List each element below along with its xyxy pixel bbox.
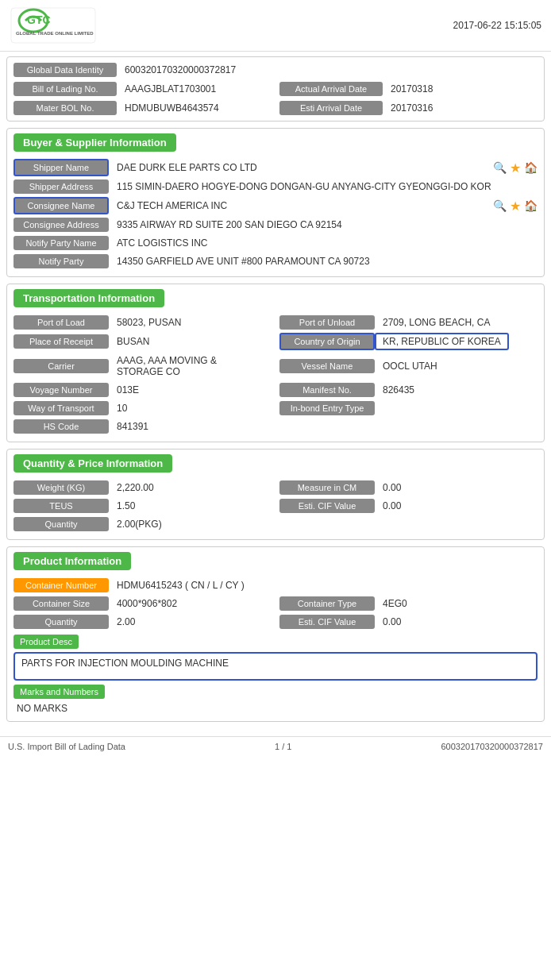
notify-party-name-label: Notify Party Name bbox=[13, 236, 109, 250]
product-cif-label: Esti. CIF Value bbox=[279, 615, 375, 629]
port-of-unload-label: Port of Unload bbox=[279, 315, 375, 330]
origin-pair: Country of Origin KR, REPUBLIC OF KOREA bbox=[279, 333, 538, 350]
quantity-label: Quantity bbox=[13, 517, 109, 531]
product-desc-value: PARTS FOR INJECTION MOULDING MACHINE bbox=[13, 652, 538, 681]
footer-right: 600320170320000372817 bbox=[441, 742, 543, 751]
port-of-load-label: Port of Load bbox=[13, 315, 109, 330]
voyage-manifest-row: Voyage Number 013E Manifest No. 826435 bbox=[13, 382, 538, 398]
port-load-pair: Port of Load 58023, PUSAN bbox=[13, 314, 272, 330]
container-type-value: 4EG0 bbox=[375, 596, 538, 612]
country-of-origin-value: KR, REPUBLIC OF KOREA bbox=[375, 333, 509, 350]
product-quantity-pair: Quantity 2.00 bbox=[13, 614, 272, 630]
product-title: Product Information bbox=[13, 552, 131, 570]
shipper-name-row: Shipper Name DAE DURK ELE PARTS CO LTD 🔍… bbox=[13, 159, 538, 176]
global-data-value: 600320170320000372817 bbox=[117, 62, 244, 78]
consignee-icons: 🔍 ★ 🏠 bbox=[493, 199, 538, 214]
identity-section: Global Data Identity 6003201703200003728… bbox=[6, 56, 545, 122]
buyer-supplier-section: Buyer & Supplier Information Shipper Nam… bbox=[6, 128, 545, 277]
container-number-value: HDMU6415243 ( CN / L / CY ) bbox=[109, 577, 252, 593]
actual-arrival-value: 20170318 bbox=[383, 81, 441, 97]
global-data-row: Global Data Identity 6003201703200003728… bbox=[13, 62, 538, 78]
consignee-name-label: Consignee Name bbox=[13, 197, 109, 214]
esti-arrival-pair: Esti Arrival Date 20170316 bbox=[279, 100, 538, 116]
port-of-unload-value: 2709, LONG BEACH, CA bbox=[375, 314, 538, 330]
container-size-type-row: Container Size 4000*906*802 Container Ty… bbox=[13, 596, 538, 612]
product-quantity-label: Quantity bbox=[13, 615, 109, 629]
country-of-origin-label: Country of Origin bbox=[279, 333, 375, 350]
product-quantity-cif-row: Quantity 2.00 Esti. CIF Value 0.00 bbox=[13, 614, 538, 630]
voyage-number-value: 013E bbox=[109, 382, 272, 398]
consignee-name-value: C&J TECH AMERICA INC bbox=[109, 198, 493, 214]
bol-value: AAAGJBLAT1703001 bbox=[117, 81, 224, 97]
product-quantity-value: 2.00 bbox=[109, 614, 272, 630]
hs-code-label: HS Code bbox=[13, 419, 109, 434]
notify-party-value: 14350 GARFIELD AVE UNIT #800 PARAMOUNT C… bbox=[109, 253, 378, 269]
star-icon[interactable]: ★ bbox=[510, 160, 521, 176]
quantity-price-title: Quantity & Price Information bbox=[13, 454, 172, 473]
esti-arrival-value: 20170316 bbox=[383, 100, 441, 116]
consignee-name-row: Consignee Name C&J TECH AMERICA INC 🔍 ★ … bbox=[13, 197, 538, 214]
receipt-pair: Place of Receipt BUSAN bbox=[13, 334, 272, 349]
transportation-title: Transportation Information bbox=[13, 289, 164, 307]
notify-party-name-row: Notify Party Name ATC LOGISTICS INC bbox=[13, 235, 538, 251]
weight-label: Weight (KG) bbox=[13, 480, 109, 495]
container-type-pair: Container Type 4EG0 bbox=[279, 596, 538, 612]
product-cif-value: 0.00 bbox=[375, 614, 538, 630]
page-header: GTC GLOBAL TRADE ONLINE LIMITED 2017-06-… bbox=[0, 0, 551, 52]
manifest-no-label: Manifest No. bbox=[279, 383, 375, 397]
bol-pair: Bill of Lading No. AAAGJBLAT1703001 bbox=[13, 81, 272, 97]
marks-value: NO MARKS bbox=[7, 700, 544, 716]
shipper-name-value: DAE DURK ELE PARTS CO LTD bbox=[109, 160, 493, 176]
consignee-address-value: 9335 AIRWAY RD SUITE 200 SAN DIEGO CA 92… bbox=[109, 217, 350, 233]
actual-arrival-pair: Actual Arrival Date 20170318 bbox=[279, 81, 538, 97]
notify-party-label: Notify Party bbox=[13, 254, 109, 268]
container-number-row: Container Number HDMU6415243 ( CN / L / … bbox=[13, 577, 538, 593]
footer-center: 1 / 1 bbox=[275, 742, 291, 751]
marks-label-container: Marks and Numbers bbox=[7, 682, 544, 700]
consignee-home-icon[interactable]: 🏠 bbox=[524, 199, 538, 212]
in-bond-value bbox=[375, 406, 538, 411]
vessel-name-label: Vessel Name bbox=[279, 359, 375, 373]
voyage-number-label: Voyage Number bbox=[13, 383, 109, 397]
shipper-address-label: Shipper Address bbox=[13, 179, 109, 194]
mater-bol-label: Mater BOL No. bbox=[13, 101, 117, 115]
measure-pair: Measure in CM 0.00 bbox=[279, 480, 538, 496]
teus-label: TEUS bbox=[13, 499, 109, 513]
measure-value: 0.00 bbox=[375, 480, 538, 496]
consignee-search-icon[interactable]: 🔍 bbox=[493, 199, 507, 212]
way-of-transport-pair: Way of Transport 10 bbox=[13, 400, 272, 416]
bol-label: Bill of Lading No. bbox=[13, 82, 117, 96]
container-size-label: Container Size bbox=[13, 596, 109, 611]
container-type-label: Container Type bbox=[279, 596, 375, 611]
page-footer: U.S. Import Bill of Lading Data 1 / 1 60… bbox=[0, 736, 551, 756]
place-of-receipt-value: BUSAN bbox=[109, 334, 272, 349]
datetime: 2017-06-22 15:15:05 bbox=[453, 20, 541, 31]
port-of-load-value: 58023, PUSAN bbox=[109, 314, 272, 330]
in-bond-label: In-bond Entry Type bbox=[279, 401, 375, 415]
actual-arrival-label: Actual Arrival Date bbox=[279, 82, 383, 96]
container-number-label: Container Number bbox=[13, 578, 109, 592]
marks-label: Marks and Numbers bbox=[13, 685, 105, 699]
mater-bol-row: Mater BOL No. HDMUBUWB4643574 Esti Arriv… bbox=[13, 100, 538, 116]
notify-party-name-value: ATC LOGISTICS INC bbox=[109, 235, 215, 251]
esti-cif-label: Esti. CIF Value bbox=[279, 499, 375, 513]
esti-arrival-label: Esti Arrival Date bbox=[279, 101, 383, 115]
consignee-address-label: Consignee Address bbox=[13, 218, 109, 232]
port-unload-pair: Port of Unload 2709, LONG BEACH, CA bbox=[279, 314, 538, 330]
carrier-label: Carrier bbox=[13, 359, 109, 373]
quantity-row: Quantity 2.00(PKG) bbox=[13, 516, 538, 532]
home-icon[interactable]: 🏠 bbox=[524, 161, 538, 174]
weight-measure-row: Weight (KG) 2,220.00 Measure in CM 0.00 bbox=[13, 480, 538, 496]
carrier-value: AAAG, AAA MOVING & STORAGE CO bbox=[109, 353, 272, 380]
container-size-pair: Container Size 4000*906*802 bbox=[13, 596, 272, 612]
teus-cif-row: TEUS 1.50 Esti. CIF Value 0.00 bbox=[13, 498, 538, 514]
search-icon[interactable]: 🔍 bbox=[493, 161, 507, 174]
teus-value: 1.50 bbox=[109, 498, 272, 514]
port-load-unload-row: Port of Load 58023, PUSAN Port of Unload… bbox=[13, 314, 538, 330]
consignee-star-icon[interactable]: ★ bbox=[510, 199, 521, 214]
product-desc-label-container: Product Desc bbox=[7, 632, 544, 650]
manifest-no-value: 826435 bbox=[375, 382, 538, 398]
global-data-label: Global Data Identity bbox=[13, 63, 117, 77]
quantity-value: 2.00(PKG) bbox=[109, 516, 538, 532]
esti-cif-pair: Esti. CIF Value 0.00 bbox=[279, 498, 538, 514]
